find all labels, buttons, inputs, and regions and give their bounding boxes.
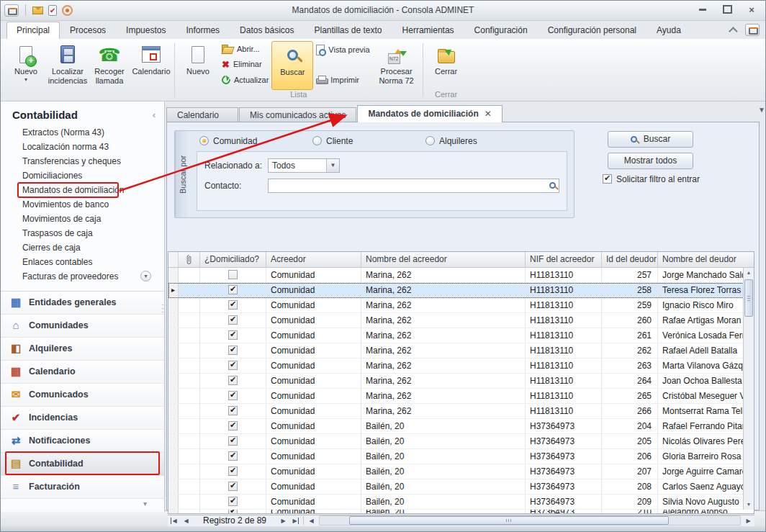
domiciliado-checkbox[interactable] — [228, 482, 238, 491]
menu-tab[interactable]: Configuración — [464, 22, 538, 39]
mail-icon[interactable] — [32, 6, 43, 14]
search-radio[interactable]: Alquileres — [425, 136, 539, 146]
scroll-down-icon[interactable]: ▼ — [744, 500, 754, 510]
collapse-sidebar-icon[interactable]: ‹ — [153, 109, 156, 120]
domiciliado-checkbox[interactable] — [228, 497, 238, 506]
broadcast-icon[interactable] — [62, 5, 73, 16]
menu-tab[interactable]: Procesos — [60, 22, 116, 39]
buscar-button[interactable]: Buscar — [608, 131, 693, 148]
module-item[interactable]: Comunicados — [1, 384, 164, 407]
table-row[interactable]: Comunidad Marina, 262 H11813110 266 Mont… — [168, 404, 754, 419]
close-icon[interactable]: × — [745, 4, 758, 14]
help-app-icon[interactable] — [745, 24, 760, 36]
table-row[interactable]: Comunidad Marina, 262 H11813110 257 Jorg… — [168, 268, 754, 283]
table-row[interactable]: Comunidad Bailén, 20 H37364973 209 Silvi… — [168, 495, 754, 510]
module-item[interactable]: Notificaciones — [1, 430, 164, 453]
cerrar-button[interactable]: Cerrar — [425, 41, 467, 90]
sidebar-item[interactable]: Cierres de caja ▾ — [1, 240, 164, 255]
table-row[interactable]: Comunidad Bailén, 20 H37364973 204 Rafae… — [168, 419, 754, 434]
abrir-button[interactable]: Abrir... — [222, 45, 269, 53]
actualizar-button[interactable]: Actualizar — [222, 76, 269, 84]
last-record-button[interactable]: ▶ — [289, 518, 302, 524]
module-item[interactable]: Incidencias — [1, 407, 164, 430]
scroll-right-icon[interactable]: ▶ — [742, 518, 754, 524]
domiciliado-checkbox[interactable] — [228, 300, 238, 310]
menu-tab[interactable]: Datos básicos — [230, 22, 304, 39]
table-row[interactable]: Comunidad Marina, 262 H11813110 261 Veró… — [168, 328, 754, 343]
document-tab[interactable]: Calendario ✕ — [166, 107, 238, 122]
table-row[interactable]: Comunidad Bailén, 20 H37364973 210 Aleja… — [168, 510, 754, 514]
collapse-ribbon-icon[interactable] — [729, 27, 738, 36]
horizontal-scrollbar[interactable] — [319, 515, 741, 526]
table-row[interactable]: Comunidad Marina, 262 H11813110 260 Rafa… — [168, 313, 754, 328]
table-row[interactable]: Comunidad Marina, 262 H11813110 258 Tere… — [168, 283, 754, 298]
sidebar-item[interactable]: Domiciliaciones ▾ — [1, 168, 164, 183]
domiciliado-checkbox[interactable] — [228, 330, 238, 340]
table-row[interactable]: Comunidad Bailén, 20 H37364973 206 Glori… — [168, 449, 754, 464]
tasks-check-icon[interactable] — [48, 5, 57, 16]
column-header[interactable]: ¿Domiciliado? — [200, 252, 266, 267]
domiciliado-checkbox[interactable] — [228, 315, 238, 325]
column-header[interactable]: Nombre del deudor — [658, 252, 754, 267]
sidebar-item[interactable]: Mandatos de domiciliación ▾ — [1, 183, 164, 197]
sidebar-more-icon[interactable]: ▾ — [143, 500, 147, 508]
module-item[interactable]: Facturación — [1, 476, 164, 499]
recoger-llamada-button[interactable]: ☎ Recoger llamada — [89, 41, 130, 90]
contacto-input[interactable] — [271, 181, 549, 191]
scrollbar-thumb[interactable] — [744, 279, 753, 317]
domiciliado-checkbox[interactable] — [228, 376, 238, 385]
calendario-button[interactable]: Calendario — [130, 41, 172, 90]
table-row[interactable]: Comunidad Bailén, 20 H37364973 205 Nicol… — [168, 434, 754, 449]
module-item[interactable]: Contabilidad — [1, 453, 164, 476]
domiciliado-checkbox[interactable] — [228, 421, 238, 430]
table-row[interactable]: Comunidad Bailén, 20 H37364973 208 Carlo… — [168, 479, 754, 495]
menu-tab[interactable]: Configuración personal — [538, 22, 646, 39]
document-tab[interactable]: Mandatos de domiciliación ✕ — [357, 105, 502, 122]
minimize-icon[interactable] — [696, 4, 709, 14]
solicitar-filtro-checkbox-row[interactable]: Solicitar filtro al entrar — [603, 174, 716, 184]
scrollbar-thumb[interactable] — [349, 516, 669, 525]
module-item[interactable]: Calendario — [1, 361, 164, 384]
sidebar-item[interactable]: Movimientos de banco ▾ — [1, 197, 164, 212]
document-tab[interactable]: Mis comunicados activos ✕ — [239, 107, 356, 122]
attachment-column-header[interactable] — [179, 252, 200, 267]
domiciliado-checkbox[interactable] — [228, 436, 238, 446]
tab-list-dropdown-icon[interactable]: ▼ — [758, 106, 765, 114]
domiciliado-checkbox[interactable] — [228, 391, 238, 400]
search-radio[interactable]: Cliente — [312, 136, 425, 146]
scroll-up-icon[interactable]: ▲ — [744, 268, 754, 278]
sidebar-item[interactable]: Facturas de proveedores ▾ — [1, 269, 164, 284]
nuevo-button[interactable]: Nuevo▾ — [5, 41, 47, 90]
mostrar-todos-button[interactable]: Mostrar todos — [608, 153, 693, 169]
domiciliado-checkbox[interactable] — [228, 346, 238, 355]
table-row[interactable]: Comunidad Bailén, 20 H37364973 207 Jorge… — [168, 464, 754, 479]
combo-dropdown-icon[interactable]: ▼ — [326, 159, 339, 172]
table-row[interactable]: Comunidad Marina, 262 H11813110 259 Igna… — [168, 298, 754, 313]
column-header[interactable]: Acreedor — [266, 252, 361, 267]
sidebar-item[interactable]: Transferencias y cheques ▾ — [1, 154, 164, 168]
domiciliado-checkbox[interactable] — [228, 270, 238, 279]
eliminar-button[interactable]: ✖Eliminar — [222, 59, 269, 70]
restore-icon[interactable] — [721, 4, 734, 14]
menu-tab[interactable]: Principal — [6, 22, 60, 39]
relacionado-select[interactable]: Todos ▼ — [268, 158, 340, 173]
next-record-button[interactable]: ▶ — [277, 518, 289, 524]
menu-tab[interactable]: Informes — [176, 22, 230, 39]
domiciliado-checkbox[interactable] — [228, 285, 238, 294]
module-item[interactable]: Entidades generales — [1, 292, 164, 315]
prev-record-button[interactable]: ◀ — [180, 518, 192, 524]
nuevo-lista-button[interactable]: Nuevo — [177, 41, 219, 90]
buscar-ribbon-button[interactable]: Buscar — [271, 41, 313, 90]
procesar-norma72-button[interactable]: N72 Procesar Norma 72 — [373, 41, 420, 90]
localizar-incidencias-button[interactable]: Localizar incidencias — [47, 41, 89, 90]
expand-circle-icon[interactable]: ▾ — [140, 271, 151, 281]
menu-tab[interactable]: Ayuda — [646, 22, 691, 39]
domiciliado-checkbox[interactable] — [228, 466, 238, 476]
sidebar-item[interactable]: Extractos (Norma 43) ▾ — [1, 125, 164, 140]
sidebar-item[interactable]: Enlaces contables ▾ — [1, 255, 164, 269]
lookup-magnifier-icon[interactable] — [549, 182, 556, 189]
scroll-left-icon[interactable]: ◀ — [305, 518, 317, 524]
checkbox-icon[interactable] — [603, 174, 612, 184]
vertical-scrollbar[interactable]: ▲ ▼ — [743, 268, 754, 510]
domiciliado-checkbox[interactable] — [228, 510, 238, 514]
